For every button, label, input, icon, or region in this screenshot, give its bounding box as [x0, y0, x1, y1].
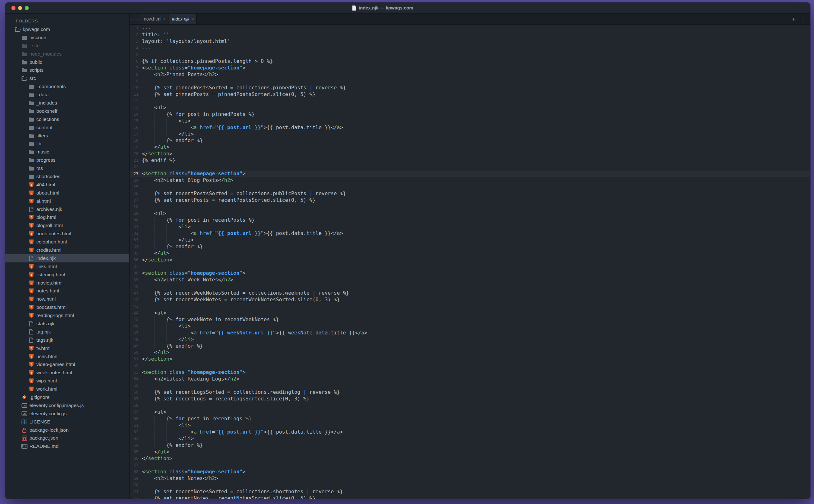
sidebar-item-.gitignore[interactable]: .gitignore [5, 393, 129, 401]
sidebar-item-blog.html[interactable]: 5blog.html [5, 213, 129, 221]
new-tab-button[interactable]: + [792, 16, 795, 22]
code-line-12[interactable]: 12 [130, 98, 810, 105]
code-line-28[interactable]: 28 [130, 204, 810, 210]
close-window-button[interactable] [11, 6, 15, 10]
code-line-36[interactable]: 36</section> [130, 257, 810, 263]
sidebar-item-video-games.html[interactable]: 5video-games.html [5, 361, 129, 369]
code-line-47[interactable]: 47 <a href="{{ weekNote.url }}">{{ weekN… [130, 330, 810, 336]
code-line-39[interactable]: 39 <h2>Latest Week Notes</h2> [130, 277, 810, 283]
sidebar-item-now.html[interactable]: 5now.html [5, 295, 129, 303]
sidebar-item-about.html[interactable]: 5about.html [5, 189, 129, 197]
code-line-24[interactable]: 24 <h2>Latest Blog Posts</h2> [130, 177, 810, 184]
code-line-34[interactable]: 34 {% endfor %} [130, 243, 810, 250]
code-line-56[interactable]: 56 {% set recentLogsSorted = collections… [130, 389, 810, 396]
code-line-21[interactable]: 21{% endif %} [130, 157, 810, 164]
sidebar-item-credits.html[interactable]: 5credits.html [5, 246, 129, 254]
tab-index.njk[interactable]: index.njk× [168, 14, 196, 24]
code-line-44[interactable]: 44 <ul> [130, 310, 810, 316]
code-line-5[interactable]: 5 [130, 51, 810, 58]
sidebar-item-_site[interactable]: _site [5, 42, 129, 50]
code-line-17[interactable]: 17 </li> [130, 131, 810, 138]
code-line-29[interactable]: 29 <ul> [130, 210, 810, 217]
code-line-9[interactable]: 9 [130, 78, 810, 85]
sidebar-item-eleventy.config.js[interactable]: JSeleventy.config.js [5, 410, 129, 418]
sidebar-item-404.html[interactable]: 5404.html [5, 181, 129, 189]
code-line-68[interactable]: 68<section class="homepage-section"> [130, 469, 810, 475]
code-line-63[interactable]: 63 </li> [130, 435, 810, 442]
code-line-49[interactable]: 49 {% endfor %} [130, 343, 810, 350]
sidebar-item-collections[interactable]: collections [5, 115, 129, 123]
sidebar-item-blogroll.html[interactable]: 5blogroll.html [5, 221, 129, 230]
code-line-18[interactable]: 18 {% endfor %} [130, 137, 810, 144]
code-line-42[interactable]: 42 {% set recentWeekNotes = recentWeekNo… [130, 297, 810, 303]
sidebar-item-colophon.html[interactable]: 5colophon.html [5, 238, 129, 246]
code-line-70[interactable]: 70 [130, 482, 810, 489]
code-line-66[interactable]: 66</section> [130, 455, 810, 462]
code-line-60[interactable]: 60 {% for post in recentLogs %} [130, 416, 810, 422]
code-line-46[interactable]: 46 <li> [130, 323, 810, 330]
sidebar-item-book-notes.html[interactable]: 5book-notes.html [5, 230, 129, 238]
code-editor[interactable]: 1---2title: ''3layout: 'layouts/layout.h… [130, 25, 810, 499]
sidebar-item-music[interactable]: music [5, 148, 129, 156]
code-line-13[interactable]: 13 <ul> [130, 105, 810, 111]
sidebar-item-uses.html[interactable]: 5uses.html [5, 352, 129, 361]
sidebar-item-links.html[interactable]: 5links.html [5, 262, 129, 271]
sidebar-item-.vscode[interactable]: .vscode [5, 33, 129, 42]
close-tab-icon[interactable]: × [163, 17, 166, 21]
code-line-58[interactable]: 58 [130, 402, 810, 409]
code-line-53[interactable]: 53<section class="homepage-section"> [130, 369, 810, 376]
sidebar-item-public[interactable]: public [5, 58, 129, 66]
code-line-45[interactable]: 45 {% for weekNote in recentWeekNotes %} [130, 316, 810, 323]
minimize-window-button[interactable] [18, 6, 22, 10]
sidebar-item-tag.njk[interactable]: tag.njk [5, 328, 129, 336]
titlebar[interactable]: index.njk — kpwags.com [5, 3, 810, 14]
sidebar-item-node_modules[interactable]: node_modules [5, 50, 129, 58]
code-line-41[interactable]: 41 {% set recentWeekNotesSorted = collec… [130, 290, 810, 297]
sidebar-item-_includes[interactable]: _includes [5, 99, 129, 107]
sidebar-item-_components[interactable]: _components [5, 82, 129, 91]
sidebar-item-listening.html[interactable]: 5listening.html [5, 271, 129, 279]
code-line-7[interactable]: 7<section class="homepage-section"> [130, 65, 810, 71]
sidebar-item-scripts[interactable]: scripts [5, 66, 129, 74]
sidebar-item-progress[interactable]: progress [5, 156, 129, 164]
code-line-32[interactable]: 32 <a href="{{ post.url }}">{{ post.data… [130, 230, 810, 237]
sidebar-item-movies.html[interactable]: 5movies.html [5, 279, 129, 287]
sidebar-item-filters[interactable]: filters [5, 132, 129, 140]
sidebar-item-eleventy.config.images.js[interactable]: JSeleventy.config.images.js [5, 401, 129, 410]
code-line-14[interactable]: 14 {% for post in pinnedPosts %} [130, 111, 810, 118]
code-line-51[interactable]: 51</section> [130, 356, 810, 363]
code-line-50[interactable]: 50 </ul> [130, 349, 810, 356]
code-line-2[interactable]: 2title: '' [130, 32, 810, 38]
sidebar-item-wips.html[interactable]: 5wips.html [5, 377, 129, 385]
code-line-3[interactable]: 3layout: 'layouts/layout.html' [130, 38, 810, 45]
code-line-64[interactable]: 64 {% endfor %} [130, 442, 810, 449]
sidebar-item-archives.njk[interactable]: archives.njk [5, 205, 129, 213]
sidebar-item-shortcodes[interactable]: shortcodes [5, 172, 129, 181]
sidebar-item-week-notes.html[interactable]: 5week-notes.html [5, 369, 129, 377]
sidebar-item-README.md[interactable]: README.md [5, 442, 129, 450]
code-line-6[interactable]: 6{% if collections.pinnedPosts.length > … [130, 58, 810, 65]
sidebar-item-lib[interactable]: lib [5, 140, 129, 148]
sidebar-item-tags.njk[interactable]: tags.njk [5, 336, 129, 344]
sidebar-item-_data[interactable]: _data [5, 91, 129, 99]
code-line-62[interactable]: 62 <a href="{{ post.url }}">{{ post.data… [130, 429, 810, 435]
code-line-31[interactable]: 31 <li> [130, 224, 810, 230]
sidebar-item-rss[interactable]: rss [5, 164, 129, 172]
sidebar-item-package-lock.json[interactable]: package-lock.json [5, 426, 129, 434]
sidebar-item-reading-logs.html[interactable]: 5reading-logs.html [5, 311, 129, 320]
code-line-20[interactable]: 20</section> [130, 151, 810, 157]
tab-now.html[interactable]: now.html× [140, 14, 168, 24]
code-line-72[interactable]: 72 {% set recentNotes = recentNotesSorte… [130, 495, 810, 499]
sidebar-item-tv.html[interactable]: 5tv.html [5, 344, 129, 352]
sidebar-item-content[interactable]: content [5, 123, 129, 132]
overflow-menu-button[interactable]: ⋮ [801, 17, 805, 21]
code-line-27[interactable]: 27 {% set recentPosts = recentPostsSorte… [130, 197, 810, 204]
code-line-35[interactable]: 35 </ul> [130, 250, 810, 257]
sidebar-item-ai.html[interactable]: 5ai.html [5, 197, 129, 205]
code-line-52[interactable]: 52 [130, 363, 810, 369]
code-line-33[interactable]: 33 </li> [130, 237, 810, 243]
code-line-65[interactable]: 65 </ul> [130, 449, 810, 455]
code-line-30[interactable]: 30 {% for post in recentPosts %} [130, 217, 810, 224]
sidebar-item-stats.njk[interactable]: stats.njk [5, 320, 129, 328]
code-line-1[interactable]: 1--- [130, 25, 810, 32]
